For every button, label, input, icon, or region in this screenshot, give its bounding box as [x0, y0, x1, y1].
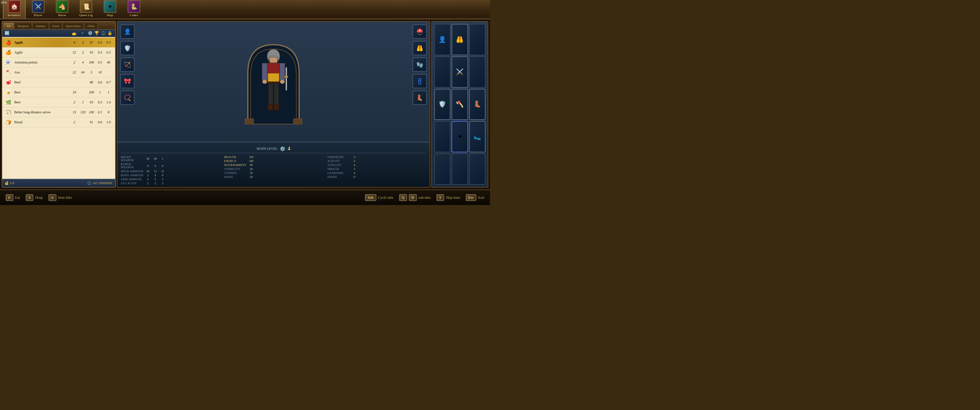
filter-tab-food[interactable]: Food	[49, 23, 62, 29]
stats-grid: MELEE WEAPON 30 30 1 RANGE WEAPON 0 0 0 …	[121, 156, 426, 185]
item-row[interactable]: 🌿 Beet 2 1 93 0.3 1.4	[2, 97, 115, 107]
item-val-3: 100	[87, 60, 96, 65]
filter-tab-armour[interactable]: Armour	[32, 23, 49, 29]
item-list[interactable]: 🍎 Apple 4 2 97 0.3 0.3 🍊 Apple 52 2 93 0…	[2, 37, 115, 179]
svg-rect-13	[274, 84, 278, 107]
equip-grid-shield-slot[interactable]: 🛡️	[434, 89, 450, 120]
equip-slot-boots[interactable]: 👢	[412, 91, 427, 105]
character-panel: 👤 🛡️ 🏹 🎀 📿	[117, 21, 430, 188]
equip-slot-chest[interactable]: 🦺	[412, 41, 427, 55]
attr-speech: SPEECH 3	[327, 167, 426, 170]
nav-horse-label: Horse	[58, 13, 66, 17]
nav-tab-quest[interactable]: 📜 Quest Log	[75, 0, 97, 19]
equip-grid-slot-6[interactable]	[469, 56, 485, 88]
column-headers: 🔤 👝 # ⚙️ 🏆 ⚖️ 🔒	[2, 30, 115, 37]
filter-tab-weapons[interactable]: Weapons	[14, 23, 32, 29]
fps-counter: 60.6	[1, 0, 6, 4]
item-val-2: 120	[79, 110, 87, 114]
svg-rect-0	[245, 119, 253, 124]
stat-head-armour: HEAD ARMOUR 10 12 11	[121, 170, 220, 173]
level-number: 4	[288, 146, 290, 152]
eat-action: E Eat	[6, 194, 20, 201]
filter-tab-all[interactable]: All	[3, 23, 14, 29]
filter-tab-quest[interactable]: Quest Items	[63, 23, 84, 29]
bottom-right-actions: Tab Cycle tabs Q D sub-tabs T Skip time …	[365, 194, 484, 201]
item-row[interactable]: 🪓 Axe 22 64 5 10	[2, 67, 115, 78]
svg-rect-12	[268, 84, 273, 107]
item-row[interactable]: 🏹 Better long-distance arrow 15 120 100 …	[2, 107, 115, 117]
cycle-tabs-label: Cycle tabs	[378, 195, 394, 200]
weight-display: ⚖️ 141/10000000.	[87, 181, 113, 185]
equip-slot-belt[interactable]: 🎀	[120, 74, 134, 88]
drop-action: X Drop	[25, 194, 43, 201]
item-val-4: 0.5	[96, 60, 104, 65]
equip-grid-slot-3[interactable]	[469, 24, 485, 55]
bottom-left-actions: E Eat X Drop A Item Info	[6, 194, 72, 201]
item-row[interactable]: 🥩 Beef 86 0.6 0.7	[2, 78, 115, 87]
item-val-3: 97	[87, 40, 96, 45]
nav-tab-map[interactable]: ✦ Map	[99, 0, 121, 19]
item-val-5: 1.4	[104, 100, 113, 105]
item-val-5: 40	[104, 60, 113, 65]
equip-grid-axe[interactable]: 🪓	[452, 89, 468, 120]
svg-rect-8	[262, 63, 267, 80]
trophy-col-icon: 🏆	[94, 31, 99, 36]
nav-codex-label: Codex	[130, 13, 138, 17]
item-row[interactable]: 🍺 Beer 10 100 1 1	[2, 87, 115, 97]
equip-grid-slot-4[interactable]	[434, 56, 450, 88]
combat-stats-col: MELEE WEAPON 30 30 1 RANGE WEAPON 0 0 0 …	[121, 156, 220, 185]
nav-quest-label: Quest Log	[79, 13, 93, 17]
equip-grid-slot-14[interactable]	[452, 154, 468, 185]
item-row[interactable]: 🍊 Apple 52 2 93 0.3 0.3	[2, 48, 115, 57]
item-val-2: 2	[79, 40, 87, 45]
equip-grid-body-armor[interactable]: 🦺	[452, 24, 468, 55]
item-val-4: 0.6	[96, 120, 104, 124]
svg-rect-16	[286, 67, 287, 90]
attributes-col: STRENGTH 3 AGILITY 2 VITALITY 4 SPEECH 3	[327, 156, 426, 185]
filter-tab-other[interactable]: Other	[84, 23, 98, 29]
item-val-4: 0.1	[96, 110, 104, 114]
equip-grid-sword[interactable]: ⚔️	[452, 56, 468, 88]
item-name: Beet	[14, 100, 70, 105]
equip-grid-slot-13[interactable]	[434, 154, 450, 185]
attr-charisma: CHARISMA 6	[327, 172, 426, 175]
horse-shield: 🐴	[56, 0, 68, 13]
exit-action: Esc Exit	[466, 194, 484, 201]
equip-grid-slot-15[interactable]	[469, 154, 485, 185]
stat-body-armour: BODY ARMOUR 2 4 6	[121, 174, 220, 177]
equip-slot-hands[interactable]: 🧤	[412, 57, 427, 72]
equip-slot-legs[interactable]: 👖	[412, 74, 427, 88]
stat-energy: ENERGY 100	[224, 159, 323, 162]
svg-rect-14	[268, 105, 273, 110]
item-row[interactable]: 🍎 Apple 4 2 97 0.3 0.3	[2, 38, 115, 48]
item-val-2: 4	[79, 60, 87, 65]
gold-value: 6.8	[10, 181, 14, 185]
equip-grid-head[interactable]: 👤	[434, 24, 450, 55]
equip-slot-shield[interactable]: 🛡️	[120, 41, 134, 55]
item-val-qty: 22	[70, 70, 79, 75]
svg-rect-17	[285, 76, 288, 78]
item-val-qty: 52	[70, 51, 79, 55]
bottom-bar: E Eat X Drop A Item Info Tab Cycle tabs …	[0, 189, 490, 205]
nav-tab-player[interactable]: ⚔️ Player	[27, 0, 49, 19]
sort-icon[interactable]: 🔤	[5, 31, 10, 36]
equip-grid-star[interactable]: ✦	[452, 121, 468, 153]
item-val-2: 1	[79, 100, 87, 105]
stats-panel: MAIN LEVEL ⚙️ 4 MELEE WEAPON 30 30 1 RAN…	[118, 142, 430, 187]
equip-slot-amulet[interactable]: 📿	[120, 91, 134, 105]
equip-grid-boots[interactable]: 👢	[469, 89, 485, 120]
inventory-panel: All Weapons Armour Food Quest Items Othe…	[2, 21, 116, 188]
nav-tab-codex[interactable]: 🐍 Codex	[123, 0, 145, 19]
nav-tab-horse[interactable]: 🐴 Horse	[51, 0, 73, 19]
equip-grid-boots2[interactable]: 🥿	[469, 121, 485, 153]
stat-melee-weapon: MELEE WEAPON 30 30 1	[121, 156, 220, 162]
equip-slot-bow[interactable]: 🏹	[120, 57, 134, 72]
top-navigation: 🏠 Inventory ⚔️ Player 🐴 Horse 📜 Quest Lo…	[0, 0, 490, 19]
item-row[interactable]: ⚗️ Artemisia potion 2 4 100 0.5 40	[2, 57, 115, 67]
item-row[interactable]: 🍞 Bread 2 91 0.6 1.9	[2, 117, 115, 127]
svg-rect-15	[274, 105, 279, 110]
stat-leg-plate: LEG PLATE 2 2 2	[121, 182, 220, 185]
equip-slot-helmet[interactable]: ⛑️	[412, 24, 427, 39]
equip-slot-head-left[interactable]: 👤	[120, 24, 134, 39]
equip-grid-slot-10[interactable]	[434, 121, 450, 153]
